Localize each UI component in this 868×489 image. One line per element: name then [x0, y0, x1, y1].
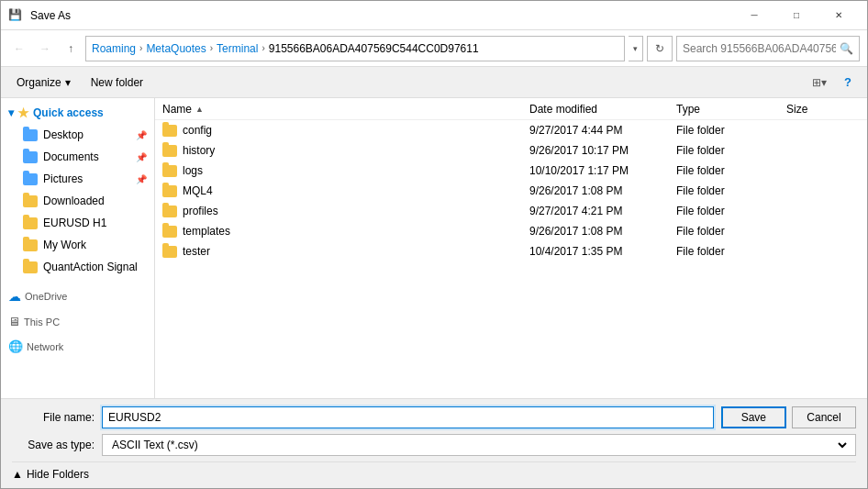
- close-button[interactable]: ✕: [818, 1, 860, 30]
- view-button[interactable]: ⊞ ▾: [807, 71, 832, 94]
- path-chevron-1: ›: [139, 43, 142, 53]
- thispc-icon: 🖥: [8, 315, 20, 328]
- file-list: Name ▲ Date modified Type Size config 9/…: [155, 98, 867, 398]
- cancel-button[interactable]: Cancel: [792, 406, 856, 428]
- refresh-button[interactable]: ↻: [647, 36, 673, 61]
- col-size-header[interactable]: Size: [786, 103, 860, 116]
- file-list-header: Name ▲ Date modified Type Size: [155, 98, 867, 120]
- help-button[interactable]: ?: [836, 71, 860, 94]
- file-folder-icon: [162, 206, 177, 217]
- quick-access-chevron: ▾: [8, 106, 14, 119]
- desktop-folder-icon: [23, 129, 38, 141]
- documents-folder-icon: [23, 151, 38, 163]
- quantaction-folder-icon: [23, 261, 38, 273]
- onedrive-section[interactable]: ☁ OneDrive: [1, 285, 154, 307]
- file-cell-type: File folder: [676, 144, 786, 157]
- network-icon: 🌐: [8, 339, 23, 353]
- pin-icon-pictures: 📌: [136, 174, 147, 184]
- sidebar: ▾ ★ Quick access Desktop 📌 Documents 📌: [1, 98, 155, 398]
- col-type-header[interactable]: Type: [676, 103, 786, 116]
- file-cell-type: File folder: [676, 225, 786, 238]
- minimize-button[interactable]: ─: [733, 1, 775, 30]
- path-segment-roaming[interactable]: NameRoaming: [92, 42, 136, 55]
- filetype-label: Save as type:: [12, 439, 95, 451]
- thispc-label: This PC: [24, 317, 60, 328]
- file-cell-type: File folder: [676, 184, 786, 197]
- file-cell-date: 9/26/2017 1:08 PM: [529, 184, 676, 197]
- sidebar-item-documents[interactable]: Documents 📌: [1, 146, 154, 168]
- file-cell-date: 10/10/2017 1:17 PM: [529, 164, 676, 177]
- file-cell-date: 9/27/2017 4:44 PM: [529, 124, 676, 137]
- help-icon: ?: [844, 75, 851, 89]
- table-row[interactable]: config 9/27/2017 4:44 PM File folder: [155, 120, 867, 140]
- view-chevron: ▾: [821, 76, 827, 89]
- quick-access-header[interactable]: ▾ ★ Quick access: [1, 102, 154, 124]
- col-name-header[interactable]: Name ▲: [162, 103, 529, 116]
- file-cell-date: 10/4/2017 1:35 PM: [529, 245, 676, 258]
- file-name-text: templates: [183, 225, 230, 238]
- col-date-header[interactable]: Date modified: [529, 103, 676, 116]
- new-folder-button[interactable]: New folder: [83, 71, 151, 94]
- file-folder-icon: [162, 185, 177, 197]
- bottom-bar: File name: Save Cancel Save as type: ASC…: [1, 398, 867, 488]
- path-chevron-2: ›: [210, 43, 213, 53]
- filename-row: File name: Save Cancel: [12, 406, 856, 428]
- search-input[interactable]: [683, 42, 836, 55]
- back-button[interactable]: ←: [8, 38, 30, 60]
- table-row[interactable]: history 9/26/2017 10:17 PM File folder: [155, 140, 867, 161]
- address-path[interactable]: NameRoaming › MetaQuotes › Terminal › 91…: [85, 36, 625, 61]
- mywork-folder-icon: [23, 239, 38, 251]
- sidebar-item-pictures[interactable]: Pictures 📌: [1, 168, 154, 190]
- maximize-button[interactable]: □: [775, 1, 818, 30]
- quick-access-star-icon: ★: [17, 106, 29, 120]
- filetype-row: Save as type: ASCII Text (*.csv): [12, 434, 856, 456]
- hide-folders-chevron: ▲: [12, 468, 23, 481]
- onedrive-icon: ☁: [8, 289, 21, 304]
- file-cell-type: File folder: [676, 164, 786, 177]
- file-folder-icon: [162, 145, 177, 157]
- forward-button[interactable]: →: [34, 38, 56, 60]
- onedrive-label: OneDrive: [25, 291, 67, 302]
- filetype-dropdown[interactable]: ASCII Text (*.csv): [108, 438, 850, 452]
- dialog-title: Save As: [30, 9, 71, 22]
- up-button[interactable]: ↑: [60, 38, 82, 60]
- file-cell-name: tester: [162, 245, 529, 258]
- table-row[interactable]: profiles 9/27/2017 4:21 PM File folder: [155, 201, 867, 221]
- sidebar-item-desktop-label: Desktop: [43, 128, 83, 141]
- sidebar-item-quantaction[interactable]: QuantAction Signal: [1, 256, 154, 278]
- path-chevron-3: ›: [262, 43, 264, 53]
- address-dropdown[interactable]: ▾: [629, 36, 643, 61]
- table-row[interactable]: MQL4 9/26/2017 1:08 PM File folder: [155, 181, 867, 201]
- sidebar-item-downloaded[interactable]: Downloaded: [1, 190, 154, 212]
- thispc-section[interactable]: 🖥 This PC: [1, 311, 154, 332]
- path-segment-terminal[interactable]: Terminal: [217, 42, 258, 55]
- file-name-text: config: [183, 124, 212, 137]
- view-icon: ⊞: [812, 76, 821, 89]
- filetype-select[interactable]: ASCII Text (*.csv): [102, 434, 856, 456]
- network-section[interactable]: 🌐 Network: [1, 336, 154, 357]
- eurusd-folder-icon: [23, 217, 38, 229]
- main-content: ▾ ★ Quick access Desktop 📌 Documents 📌: [1, 98, 867, 398]
- file-folder-icon: [162, 125, 177, 137]
- file-name-text: MQL4: [183, 184, 213, 197]
- file-cell-type: File folder: [676, 245, 786, 258]
- path-segment-metaquotes[interactable]: MetaQuotes: [146, 42, 206, 55]
- downloaded-folder-icon: [23, 195, 38, 207]
- table-row[interactable]: templates 9/26/2017 1:08 PM File folder: [155, 221, 867, 241]
- file-rows-container: config 9/27/2017 4:44 PM File folder his…: [155, 120, 867, 261]
- window-controls: ─ □ ✕: [733, 1, 860, 30]
- filename-input[interactable]: [102, 406, 714, 428]
- table-row[interactable]: tester 10/4/2017 1:35 PM File folder: [155, 241, 867, 261]
- quick-access-label: Quick access: [33, 106, 104, 119]
- search-box[interactable]: 🔍: [676, 36, 860, 61]
- hide-folders-button[interactable]: ▲ Hide Folders: [12, 468, 89, 481]
- sidebar-item-eurusd[interactable]: EURUSD H1: [1, 212, 154, 234]
- organize-button[interactable]: Organize ▾: [8, 71, 79, 94]
- file-cell-date: 9/26/2017 10:17 PM: [529, 144, 676, 157]
- save-button[interactable]: Save: [721, 406, 786, 428]
- table-row[interactable]: logs 10/10/2017 1:17 PM File folder: [155, 161, 867, 181]
- sidebar-item-desktop[interactable]: Desktop 📌: [1, 124, 154, 146]
- sidebar-item-mywork[interactable]: My Work: [1, 234, 154, 256]
- pin-icon-desktop: 📌: [136, 130, 147, 140]
- sort-arrow-name: ▲: [195, 105, 204, 114]
